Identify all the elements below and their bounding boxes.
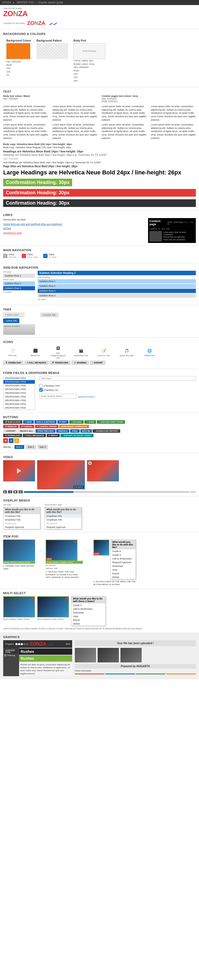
overlay-item-0[interactable]: Dropdown File bbox=[3, 514, 40, 518]
conf-heading-row1: Confirmation Heading: 30px bbox=[3, 178, 196, 187]
sort-btn-1[interactable]: Sort 1 bbox=[14, 445, 24, 449]
large-heading-sample: Large Headings are Helvetica Neue Bold 2… bbox=[3, 169, 196, 176]
nav-item-off[interactable]: ☐ ITEM Off state bbox=[3, 253, 16, 258]
export-excel-btn[interactable]: ↑ EXPORT AS EXCEL SHEET bbox=[61, 434, 93, 437]
color-a-btn[interactable]: A bbox=[9, 438, 13, 443]
checkbox-off[interactable] bbox=[39, 384, 43, 387]
dropdown-item-1[interactable]: DROPDOWN ITEM bbox=[3, 380, 35, 384]
ms-menu-item-0[interactable]: Grade It bbox=[71, 603, 105, 607]
select-all-btn[interactable]: SELECT ALL bbox=[18, 429, 35, 433]
next-btn[interactable]: NEXT ▶ bbox=[80, 429, 92, 433]
tab-inactive[interactable]: Inactive Tab bbox=[40, 313, 58, 317]
dropdown-item-7[interactable]: DROPDOWN ITEM bbox=[3, 402, 35, 406]
ms-pod-1-dot bbox=[32, 597, 34, 600]
ms-image-1[interactable] bbox=[3, 596, 35, 617]
free-btn[interactable]: FREE bbox=[70, 429, 79, 433]
play-icon[interactable] bbox=[17, 468, 21, 474]
cancel-order-btn[interactable]: ✕ CANCEL ORDER bbox=[35, 425, 58, 428]
content-type-featuring[interactable]: Featuring bbox=[4, 654, 18, 657]
dropdown-item-6[interactable]: DROPDOWN ITEM bbox=[3, 399, 35, 402]
pod-menu-item-6[interactable]: Export bbox=[111, 572, 136, 575]
save-btn[interactable]: ✓ SAVE bbox=[84, 420, 96, 424]
subnav-item-3[interactable]: Subitem Row 3 bbox=[3, 286, 35, 290]
overlay-hover-item-3[interactable]: Request Approval bbox=[45, 525, 82, 529]
text-input[interactable] bbox=[39, 376, 196, 381]
video-label: Video/Film File bbox=[74, 354, 88, 357]
sharing-bar-btn[interactable]: ↗ SHARING bbox=[72, 361, 89, 365]
add-continue-btn[interactable]: ADD & CONTINUE bbox=[34, 420, 56, 424]
dropdown-item-3[interactable]: DROPDOWN ITEM bbox=[3, 387, 35, 391]
video-play-btn[interactable]: ▶ bbox=[3, 490, 7, 493]
subnav-right-item-2[interactable]: Subitem Row 2 bbox=[38, 284, 196, 288]
overlay-hover-item-1[interactable]: Dropdown File bbox=[45, 518, 82, 522]
link-example-1[interactable]: 4879x3 bbox=[3, 227, 145, 231]
sort-btn-2[interactable]: Sort 2 bbox=[26, 445, 36, 449]
overlay-hover-item-0[interactable]: Dropdown File bbox=[45, 514, 82, 518]
nav-item-hover[interactable]: ☐ ITEM Hover state bbox=[22, 253, 38, 258]
subnav-right-item-3[interactable]: Subitem Row 3 bbox=[38, 289, 196, 293]
full-metadata-bar-btn[interactable]: ≡ FULL METADATA bbox=[24, 361, 48, 365]
video-skip-btn[interactable]: ⏭ bbox=[19, 490, 23, 493]
download-report-btn[interactable]: ↓ DOWNLOAD REPORT bbox=[93, 429, 120, 433]
tab-search-input[interactable] bbox=[3, 313, 24, 317]
pod-menu-item-0[interactable]: Grade It bbox=[111, 549, 136, 553]
run-clock-btn[interactable]: ⏱ RUN CLOCK bbox=[3, 420, 22, 424]
nav-item-hover-content: ITEM Hover state bbox=[27, 253, 38, 258]
download-bar-btn[interactable]: ⬇ DOWNLOAD bbox=[3, 361, 23, 365]
semi-insert-btn[interactable]: SEMI INSERT ANIMATION bbox=[59, 425, 89, 428]
rebuild-btn[interactable]: REBUILD bbox=[56, 429, 69, 433]
ms-menu-item-5[interactable]: Delete bbox=[71, 622, 105, 626]
dropdown-item-0[interactable]: DROPDOWN ITEM bbox=[3, 376, 35, 380]
pod-menu-item-2[interactable]: Add to Bookmarks bbox=[111, 557, 136, 560]
dropdown-item-4[interactable]: DROPDOWN ITEM bbox=[3, 391, 35, 395]
full-meta-btn[interactable]: ≡ FULL METADATA bbox=[23, 434, 46, 437]
export-2-btn[interactable]: ↑ EXPORT bbox=[3, 429, 17, 433]
checkbox-on[interactable] bbox=[39, 388, 43, 392]
reply-btn[interactable]: ↩ REPLY bbox=[47, 434, 60, 437]
dropdown-item-2[interactable]: DROPDOWN ITEM bbox=[3, 384, 35, 387]
pod-menu-item-5[interactable]: View bbox=[111, 568, 136, 572]
main-nav-title: Main Navigation bbox=[3, 248, 196, 252]
subnav-item-2[interactable]: Subitem Row 2 bbox=[3, 281, 35, 286]
search-input[interactable] bbox=[39, 394, 76, 399]
pod-menu-item-7[interactable]: Delete bbox=[111, 575, 136, 579]
subnav-right-item-1[interactable]: Subitem Row 1 bbox=[38, 279, 196, 283]
overlay-item-1[interactable]: Dropdown File bbox=[3, 518, 40, 522]
overlay-item-3[interactable]: Request Approval bbox=[3, 525, 40, 529]
tab-active[interactable]: Active Tab bbox=[3, 318, 19, 323]
sort-btn-3[interactable]: Sort 3 bbox=[38, 445, 48, 449]
footer-logo-text: ZONZA bbox=[27, 20, 45, 26]
download-2-btn[interactable]: ⬇ DOWNLOAD bbox=[3, 434, 22, 437]
color-c-btn[interactable]: C bbox=[14, 438, 19, 443]
ms-menu-item-1[interactable]: Add to Bookmarks bbox=[71, 607, 105, 611]
dropdown-item-8[interactable]: DROPDOWN ITEM bbox=[3, 406, 35, 410]
video-pause-btn[interactable]: ⏸ bbox=[8, 490, 12, 493]
subnav-item-1[interactable]: Subitem Row 1 bbox=[3, 274, 35, 278]
ms-menu-item-4[interactable]: Export bbox=[71, 618, 105, 622]
edit-btn[interactable]: ✏ EDIT bbox=[57, 420, 68, 424]
pod-menu-item-4[interactable]: Download bbox=[111, 564, 136, 568]
transcode-bar-btn[interactable]: ⟳ TRANSCODE bbox=[50, 361, 71, 365]
ms-menu-item-3[interactable]: View bbox=[71, 614, 105, 618]
upload-btn[interactable]: ↑ UPLOAD bbox=[69, 420, 83, 424]
video-progress-bar[interactable] bbox=[24, 491, 189, 493]
subnav-right-item-4[interactable]: Subitem Row 4 bbox=[38, 293, 196, 298]
export-bar-btn[interactable]: ↑ EXPORT bbox=[90, 361, 105, 365]
pod-menu-item-1[interactable]: Grade It bbox=[111, 553, 136, 557]
nav-item-on[interactable]: ☑ ITEM On state bbox=[43, 253, 56, 258]
cp-nav-218: 218 bbox=[166, 228, 169, 230]
new-btn[interactable]: + NEW bbox=[23, 420, 34, 424]
remove-btn[interactable]: ✕ REMOVE bbox=[3, 425, 19, 428]
color-m-btn[interactable]: M bbox=[3, 438, 8, 443]
ms-menu-item-2[interactable]: Download bbox=[71, 611, 105, 614]
add-delivery-btn[interactable]: + ADD DELIVERY POINT bbox=[97, 420, 125, 424]
video-stop-btn[interactable]: ⏹ bbox=[13, 490, 18, 493]
btn-row-colors: M A C bbox=[3, 438, 196, 443]
pod-menu-item-3[interactable]: Request Approval bbox=[111, 560, 136, 564]
advanced-search-link[interactable]: Advanced Search bbox=[78, 396, 95, 398]
body-sample-col2: Lorem ipsum dolor sit amet, consectetur … bbox=[53, 105, 98, 141]
ms-image-2[interactable] bbox=[37, 596, 69, 617]
cancel-btn[interactable]: ✕ CANCEL bbox=[19, 425, 34, 428]
free-preview-btn[interactable]: FREE PREVIEW bbox=[35, 429, 55, 433]
dropdown-item-5[interactable]: DROPDOWN ITEM bbox=[3, 395, 35, 399]
